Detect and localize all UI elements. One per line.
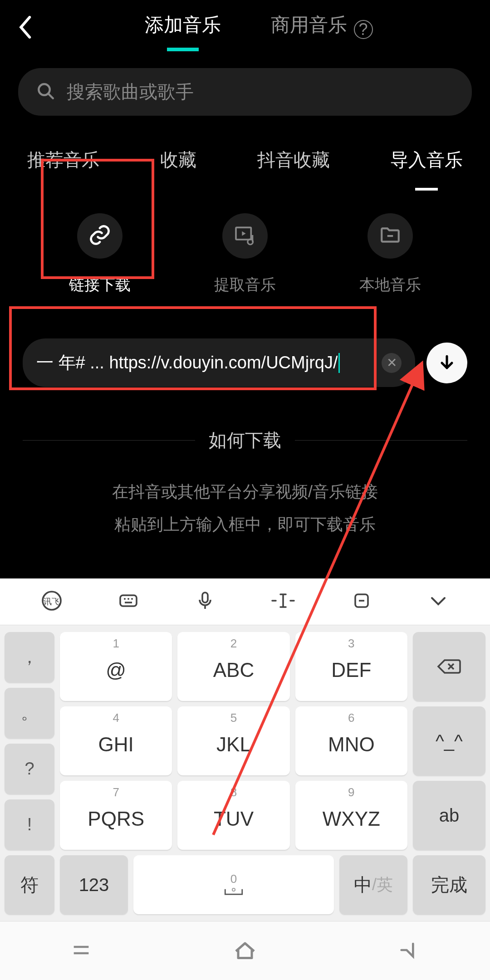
- nav-home-icon[interactable]: [231, 936, 259, 965]
- import-label-link: 链接下载: [69, 274, 131, 295]
- info-title: 如何下载: [209, 428, 281, 453]
- import-label-local: 本地音乐: [359, 274, 421, 295]
- search-input[interactable]: 搜索歌曲或歌手: [18, 68, 472, 116]
- kb-lang[interactable]: 中/英: [339, 855, 407, 914]
- link-icon: [88, 223, 112, 249]
- kb-key-5[interactable]: 5JKL: [177, 706, 289, 775]
- import-label-extract: 提取音乐: [214, 274, 276, 295]
- import-option-extract[interactable]: 提取音乐: [214, 213, 276, 295]
- subtab-douyin-fav[interactable]: 抖音收藏: [257, 147, 330, 172]
- info-text-1: 在抖音或其他平台分享视频/音乐链接: [23, 475, 467, 508]
- svg-point-11: [131, 598, 133, 600]
- kb-done[interactable]: 完成: [413, 855, 485, 914]
- import-option-link[interactable]: 链接下载: [69, 213, 131, 295]
- svg-rect-13: [202, 593, 208, 603]
- subtab-import[interactable]: 导入音乐: [390, 147, 463, 172]
- svg-text:讯飞: 讯飞: [44, 597, 60, 606]
- url-input[interactable]: 一 年# ... https://v.douyin.com/UCMjrqJ/ ✕: [23, 338, 415, 387]
- kb-key-4[interactable]: 4GHI: [60, 706, 172, 775]
- search-placeholder: 搜索歌曲或歌手: [67, 79, 194, 104]
- nav-menu-icon[interactable]: [69, 937, 94, 965]
- svg-point-9: [124, 598, 126, 600]
- video-music-icon: [234, 224, 256, 248]
- kb-key-1[interactable]: 1@: [60, 632, 172, 701]
- back-button[interactable]: [18, 16, 45, 44]
- subtab-recommend[interactable]: 推荐音乐: [27, 147, 100, 172]
- subtab-favorites[interactable]: 收藏: [160, 147, 196, 172]
- kb-key-2[interactable]: 2ABC: [177, 632, 289, 701]
- download-arrow-icon: [437, 353, 457, 373]
- kb-key-8[interactable]: 8TUV: [177, 781, 289, 850]
- url-text: 一 年# ... https://v.douyin.com/UCMjrqJ/: [36, 351, 338, 374]
- kb-mic-icon[interactable]: [194, 590, 216, 613]
- tab-add-music[interactable]: 添加音乐: [145, 12, 221, 47]
- info-text-2: 粘贴到上方输入框中，即可下载音乐: [23, 508, 467, 541]
- kb-punct-exclaim[interactable]: !: [5, 799, 54, 850]
- kb-cursor-icon[interactable]: [270, 590, 296, 613]
- download-button[interactable]: [426, 343, 467, 383]
- kb-punct-question[interactable]: ?: [5, 744, 54, 794]
- kb-keyboard-icon[interactable]: [118, 590, 139, 613]
- kb-key-6[interactable]: 6MNO: [295, 706, 407, 775]
- tab-commercial-music[interactable]: 商用音乐: [271, 12, 347, 47]
- kb-space[interactable]: 0: [133, 855, 334, 914]
- kb-123[interactable]: 123: [60, 855, 128, 914]
- kb-key-7[interactable]: 7PQRS: [60, 781, 172, 850]
- kb-ab[interactable]: ab: [413, 781, 485, 850]
- kb-collapse-icon[interactable]: [427, 590, 449, 613]
- kb-key-9[interactable]: 9WXYZ: [295, 781, 407, 850]
- kb-backspace[interactable]: [413, 632, 485, 701]
- svg-point-16: [232, 888, 235, 891]
- kb-punct-period[interactable]: 。: [5, 688, 54, 738]
- search-icon: [36, 82, 55, 103]
- kb-clipboard-icon[interactable]: [351, 590, 372, 613]
- import-option-local[interactable]: 本地音乐: [359, 213, 421, 295]
- kb-symbol[interactable]: 符: [5, 855, 54, 914]
- clear-button[interactable]: ✕: [382, 353, 402, 373]
- folder-icon: [379, 224, 402, 248]
- svg-rect-8: [120, 595, 137, 606]
- kb-face[interactable]: ^_^: [413, 706, 485, 775]
- nav-back-icon[interactable]: [396, 937, 421, 965]
- help-icon[interactable]: ?: [354, 20, 373, 39]
- backspace-icon: [436, 657, 462, 676]
- kb-logo-icon[interactable]: 讯飞: [41, 590, 63, 613]
- svg-point-10: [127, 598, 129, 600]
- svg-line-1: [48, 93, 53, 98]
- kb-key-3[interactable]: 3DEF: [295, 632, 407, 701]
- kb-punct-comma[interactable]: ，: [5, 632, 54, 682]
